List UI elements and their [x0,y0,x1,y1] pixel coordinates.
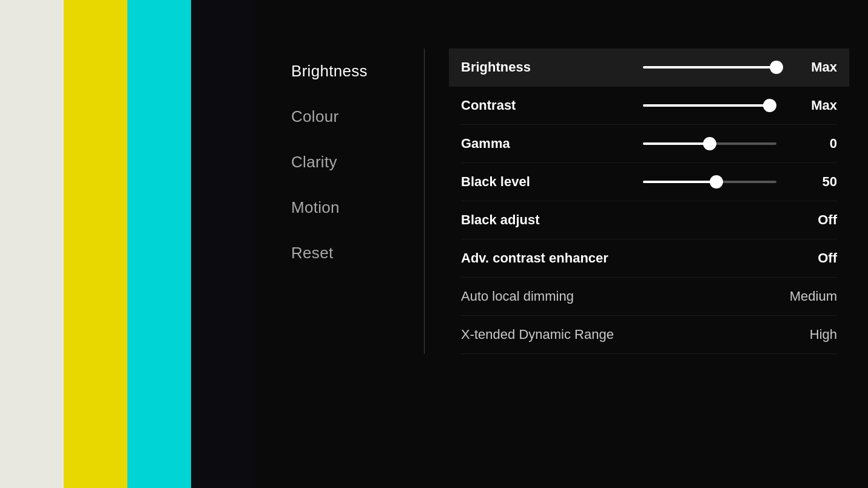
setting-value: Max [789,98,837,113]
setting-value: High [789,327,837,343]
nav-item-brightness[interactable]: Brightness [291,48,406,94]
setting-row[interactable]: Black adjustOff [461,201,837,239]
slider-fill [643,142,710,145]
slider-track [643,142,776,145]
nav-item-motion[interactable]: Motion [291,185,406,230]
setting-label: Gamma [461,136,631,152]
setting-row[interactable]: Black level50 [461,163,837,201]
slider-track [643,181,776,183]
setting-row[interactable]: BrightnessMax [449,48,849,87]
setting-value: Max [789,59,837,75]
setting-value: Medium [789,289,837,304]
setting-label: Auto local dimming [461,289,631,304]
slider-fill [643,104,770,107]
slider-track [643,66,776,69]
slider-container[interactable] [643,104,776,107]
setting-value: 0 [789,136,837,152]
setting-row[interactable]: Auto local dimmingMedium [461,278,837,316]
slider-fill [643,66,776,69]
setting-label: X-tended Dynamic Range [461,327,631,343]
setting-label: Black adjust [461,212,631,228]
setting-row[interactable]: X-tended Dynamic RangeHigh [461,316,837,354]
main-content: BrightnessColourClarityMotionReset Brigh… [255,0,868,488]
slider-container[interactable] [643,142,776,145]
setting-label: Black level [461,174,631,190]
right-panel: BrightnessMaxContrastMaxGamma0Black leve… [425,48,837,354]
slider-thumb[interactable] [703,137,716,150]
slider-container[interactable] [643,66,776,69]
setting-label: Contrast [461,98,631,113]
setting-row[interactable]: Gamma0 [461,125,837,163]
bar-yellow [64,0,127,488]
setting-row[interactable]: Adv. contrast enhancerOff [461,239,837,278]
setting-row[interactable]: ContrastMax [461,87,837,125]
slider-track [643,104,776,107]
left-nav: BrightnessColourClarityMotionReset [291,48,425,354]
slider-container[interactable] [643,181,776,183]
bar-white [0,0,64,488]
setting-value: Off [789,250,837,266]
setting-value: 50 [789,174,837,190]
slider-fill [643,181,716,183]
bar-cyan [127,0,191,488]
nav-item-clarity[interactable]: Clarity [291,139,406,185]
slider-thumb[interactable] [770,61,783,74]
nav-item-reset[interactable]: Reset [291,230,406,276]
slider-thumb[interactable] [710,175,723,189]
nav-item-colour[interactable]: Colour [291,94,406,139]
bar-dark [191,0,255,488]
setting-label: Brightness [461,59,631,75]
setting-value: Off [789,212,837,228]
setting-label: Adv. contrast enhancer [461,250,631,266]
settings-layout: BrightnessColourClarityMotionReset Brigh… [291,48,837,354]
slider-thumb[interactable] [763,99,776,112]
color-bars [0,0,255,488]
